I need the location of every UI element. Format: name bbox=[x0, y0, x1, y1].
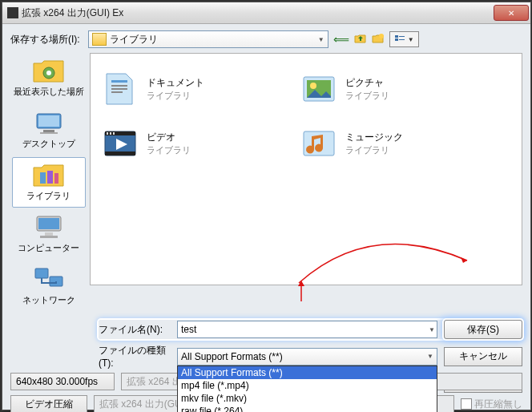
sidebar-item-libraries[interactable]: ライブラリ bbox=[12, 157, 86, 208]
network-icon bbox=[32, 265, 66, 293]
places-sidebar: 最近表示した場所 デスクトップ ライブラリ コンピューター ネットワーク bbox=[10, 53, 87, 312]
music-library-icon bbox=[300, 125, 337, 162]
sidebar-item-computer[interactable]: コンピューター bbox=[12, 209, 86, 260]
list-item[interactable]: ドキュメントライブラリ bbox=[99, 62, 297, 116]
filetype-combo[interactable]: All Support Formats (**) ▼ bbox=[177, 348, 437, 366]
list-item[interactable]: ミュージックライブラリ bbox=[297, 116, 496, 171]
svg-point-7 bbox=[46, 71, 51, 75]
chevron-down-icon: ▼ bbox=[429, 326, 435, 333]
svg-rect-21 bbox=[111, 80, 127, 83]
titlebar: 拡張 x264 出力(GUI) Ex ✕ bbox=[2, 2, 530, 24]
location-combo-text: ライブラリ bbox=[110, 33, 158, 46]
svg-rect-33 bbox=[113, 132, 115, 135]
filetype-selected: All Support Formats (**) bbox=[181, 351, 283, 362]
sidebar-item-label: 最近表示した場所 bbox=[14, 86, 84, 98]
up-icon[interactable] bbox=[354, 32, 367, 47]
svg-rect-16 bbox=[38, 218, 59, 229]
filename-input[interactable]: test ▼ bbox=[177, 321, 437, 338]
svg-point-27 bbox=[310, 83, 316, 89]
filename-label: ファイル名(N): bbox=[99, 323, 171, 337]
sidebar-item-recent[interactable]: 最近表示した場所 bbox=[12, 53, 86, 103]
svg-rect-14 bbox=[54, 173, 58, 184]
svg-rect-23 bbox=[111, 88, 127, 90]
sidebar-item-network[interactable]: ネットワーク bbox=[12, 261, 86, 312]
svg-rect-22 bbox=[111, 85, 127, 87]
save-location-label: 保存する場所(I): bbox=[10, 33, 80, 46]
file-name: ドキュメント bbox=[147, 76, 204, 90]
app-icon bbox=[7, 7, 18, 18]
sidebar-item-label: コンピューター bbox=[18, 242, 79, 254]
svg-rect-17 bbox=[45, 232, 53, 236]
svg-rect-9 bbox=[38, 115, 59, 127]
svg-rect-30 bbox=[105, 151, 135, 156]
svg-rect-31 bbox=[107, 132, 108, 135]
documents-library-icon bbox=[102, 71, 139, 107]
view-menu-icon[interactable]: ▼ bbox=[389, 31, 419, 47]
filetype-option[interactable]: All Support Formats (**) bbox=[178, 366, 437, 379]
file-name: ピクチャ bbox=[345, 76, 389, 90]
svg-rect-19 bbox=[35, 269, 48, 278]
svg-rect-10 bbox=[43, 130, 54, 132]
svg-rect-29 bbox=[105, 131, 135, 135]
list-item[interactable]: ピクチャライブラリ bbox=[297, 62, 496, 116]
svg-rect-24 bbox=[111, 91, 123, 93]
file-type: ライブラリ bbox=[147, 90, 204, 102]
svg-rect-5 bbox=[399, 39, 405, 40]
svg-rect-2 bbox=[395, 35, 398, 38]
chevron-down-icon: ▼ bbox=[427, 353, 433, 360]
window-title: 拡張 x264 出力(GUI) Ex bbox=[22, 6, 494, 20]
filetype-dropdown-list[interactable]: All Support Formats (**) mp4 file (*.mp4… bbox=[177, 366, 437, 413]
libraries-icon bbox=[32, 161, 66, 188]
videos-library-icon bbox=[102, 125, 139, 162]
svg-rect-4 bbox=[399, 36, 405, 37]
svg-rect-3 bbox=[395, 38, 398, 41]
file-type: ライブラリ bbox=[147, 144, 191, 156]
filetype-option[interactable]: raw file (*.264) bbox=[178, 405, 437, 413]
file-list[interactable]: ドキュメントライブラリ ピクチャライブラリ ビデオライブラリ ミュージックライブ… bbox=[90, 53, 522, 285]
new-folder-icon[interactable] bbox=[372, 32, 385, 47]
desktop-icon bbox=[32, 109, 66, 136]
video-compress-button[interactable]: ビデオ圧縮 bbox=[10, 395, 87, 412]
no-recompress-checkbox[interactable]: 再圧縮無し bbox=[461, 398, 522, 411]
svg-rect-12 bbox=[40, 172, 46, 184]
file-type: ライブラリ bbox=[345, 90, 389, 102]
list-item[interactable]: ビデオライブラリ bbox=[99, 116, 297, 171]
sidebar-item-desktop[interactable]: デスクトップ bbox=[12, 105, 86, 156]
filename-value: test bbox=[181, 324, 196, 335]
location-combo[interactable]: ライブラリ ▼ bbox=[88, 30, 328, 48]
save-button[interactable]: 保存(S) bbox=[444, 320, 522, 339]
filetype-option[interactable]: mp4 file (*.mp4) bbox=[178, 379, 437, 392]
svg-rect-32 bbox=[110, 132, 111, 135]
svg-rect-13 bbox=[47, 171, 53, 184]
chevron-down-icon: ▼ bbox=[318, 36, 324, 43]
back-icon[interactable]: ⟸ bbox=[333, 33, 349, 46]
cancel-button[interactable]: キャンセル bbox=[444, 347, 522, 366]
file-name: ミュージック bbox=[345, 131, 403, 144]
close-button[interactable]: ✕ bbox=[494, 5, 529, 21]
file-type: ライブラリ bbox=[345, 144, 403, 156]
filetype-label: ファイルの種類(T): bbox=[99, 344, 171, 369]
svg-rect-11 bbox=[40, 132, 58, 134]
filetype-option[interactable]: mkv file (*.mkv) bbox=[178, 392, 437, 405]
resolution-fps-box: 640x480 30.000fps bbox=[10, 373, 115, 390]
svg-rect-18 bbox=[40, 236, 58, 238]
recent-places-icon bbox=[32, 57, 66, 84]
folder-icon bbox=[92, 33, 107, 46]
computer-icon bbox=[32, 213, 66, 240]
pictures-library-icon bbox=[300, 71, 337, 107]
sidebar-item-label: デスクトップ bbox=[22, 138, 75, 150]
svg-point-0 bbox=[379, 34, 384, 38]
file-name: ビデオ bbox=[147, 131, 191, 144]
sidebar-item-label: ライブラリ bbox=[26, 190, 71, 202]
sidebar-item-label: ネットワーク bbox=[22, 294, 75, 306]
